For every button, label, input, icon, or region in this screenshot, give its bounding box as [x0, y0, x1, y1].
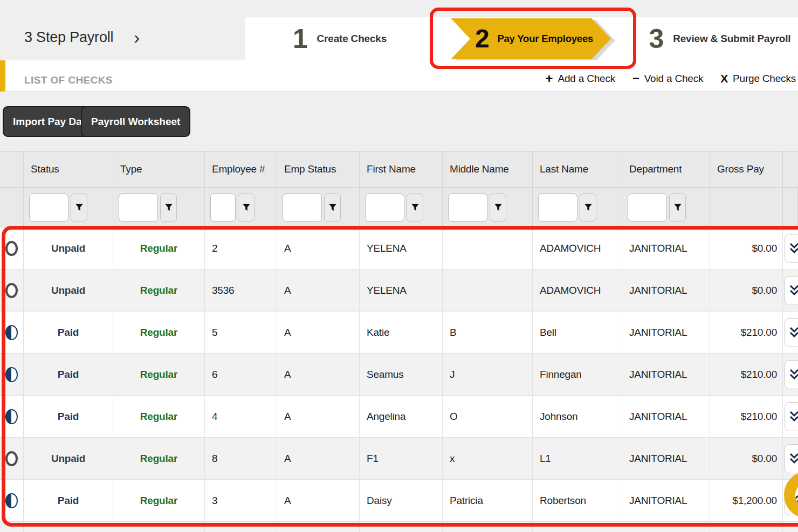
table-row[interactable]: Paid Regular 6 A Seamus J Finnegan JANIT… [0, 354, 798, 396]
filter-button-first-name[interactable] [407, 194, 423, 222]
check-actions: + Add a Check − Void a Check X Purge Che… [546, 71, 796, 86]
paid-half-circle-icon [5, 493, 18, 508]
cell-type: Regular [113, 396, 205, 437]
header-gross-pay[interactable]: Gross Pay [710, 151, 783, 187]
double-chevron-down-icon [788, 453, 798, 465]
cell-type: Regular [113, 438, 205, 479]
double-chevron-down-icon [788, 369, 798, 381]
paid-half-circle-icon [5, 409, 18, 424]
expand-row-button[interactable] [785, 318, 798, 347]
cell-middle-name [443, 227, 533, 269]
cell-last-name: Finnegan [533, 354, 622, 395]
cell-emp-status: A [277, 354, 360, 395]
void-check-button[interactable]: − Void a Check [632, 72, 703, 86]
cell-type: Regular [113, 480, 205, 521]
filter-input-employee-no[interactable] [210, 194, 236, 222]
filter-cell-status [24, 188, 113, 227]
unpaid-circle-icon [5, 283, 18, 298]
cell-status: Paid [24, 396, 113, 437]
filter-input-department[interactable] [628, 194, 667, 222]
funnel-icon [75, 203, 84, 212]
cell-employee-no: 8 [205, 438, 277, 479]
header-department[interactable]: Department [622, 151, 710, 187]
header-type[interactable]: Type [113, 151, 205, 187]
paid-half-circle-icon [5, 367, 18, 382]
filter-cell-emp-status [277, 188, 360, 227]
table-row[interactable]: Unpaid Regular 3536 A YELENA ADAMOVICH J… [0, 270, 798, 312]
cell-middle-name [443, 270, 533, 311]
header-status[interactable]: Status [24, 151, 113, 187]
filter-input-middle-name[interactable] [448, 194, 487, 222]
filter-cell-expand [783, 188, 798, 227]
step-number: 3 [649, 25, 664, 52]
double-chevron-down-icon [788, 285, 798, 296]
payroll-worksheet-button[interactable]: Payroll Worksheet [81, 106, 190, 137]
filter-button-last-name[interactable] [580, 194, 596, 222]
cell-middle-name: x [443, 438, 533, 479]
filter-input-type[interactable] [119, 194, 158, 222]
table-row[interactable]: Paid Regular 3 A Daisy Patricia Robertso… [0, 480, 798, 522]
funnel-icon [164, 203, 173, 212]
cell-emp-status: A [277, 480, 360, 521]
cell-gross-pay: $0.00 [710, 270, 783, 311]
step-number: 2 [475, 26, 490, 52]
filter-input-last-name[interactable] [538, 194, 577, 222]
expand-row-button[interactable] [785, 276, 798, 305]
cell-emp-status: A [277, 312, 360, 353]
cell-last-name: L1 [533, 438, 622, 479]
step-create-checks[interactable]: 1 Create Checks [272, 17, 407, 60]
cell-department: JANITORIAL [622, 227, 710, 269]
purge-checks-button[interactable]: X Purge Checks [720, 72, 796, 85]
cell-expand [783, 270, 798, 311]
cell-gross-pay: $210.00 [710, 354, 783, 395]
cell-status: Paid [24, 312, 113, 353]
row-select-cell [0, 354, 24, 395]
header-emp-status[interactable]: Emp Status [277, 151, 360, 187]
add-check-button[interactable]: + Add a Check [546, 71, 615, 86]
header-first-name[interactable]: First Name [360, 151, 443, 187]
table-row[interactable]: Unpaid Regular 2 A YELENA ADAMOVICH JANI… [0, 227, 798, 270]
header-employee-no[interactable]: Employee # [205, 151, 277, 187]
header-last-name[interactable]: Last Name [533, 151, 622, 187]
cell-emp-status: A [277, 396, 360, 437]
expand-row-button[interactable] [785, 234, 798, 263]
double-chevron-down-icon [788, 495, 798, 507]
wizard-steps-bar: 1 Create Checks 2 Pay Your Employees 3 R… [245, 17, 798, 60]
cell-gross-pay: $1,200.00 [710, 480, 783, 521]
filter-button-emp-status[interactable] [324, 194, 341, 222]
table-row[interactable]: Unpaid Regular 8 A F1 x L1 JANITORIAL $0… [0, 438, 798, 480]
cell-middle-name: Patricia [443, 480, 533, 521]
cell-gross-pay: $0.00 [710, 438, 783, 479]
table-row[interactable]: Paid Regular 5 A Katie B Bell JANITORIAL… [0, 312, 798, 354]
filter-input-status[interactable] [29, 194, 68, 222]
cell-emp-status: A [277, 227, 360, 269]
filter-cell-last-name [533, 188, 622, 227]
cell-department: JANITORIAL [622, 396, 710, 437]
cell-first-name: YELENA [360, 227, 443, 269]
filter-button-type[interactable] [160, 194, 177, 222]
step-review-submit-payroll[interactable]: 3 Review & Submit Payroll [647, 17, 793, 60]
step-pay-your-employees[interactable]: 2 Pay Your Employees [451, 18, 611, 59]
cell-employee-no: 4 [205, 396, 277, 437]
cell-status: Unpaid [24, 438, 113, 479]
expand-row-button[interactable] [785, 486, 798, 515]
expand-row-button[interactable] [785, 360, 798, 389]
filter-input-first-name[interactable] [365, 194, 404, 222]
expand-row-button[interactable] [785, 444, 798, 473]
row-select-cell [0, 396, 24, 437]
add-check-label: Add a Check [558, 73, 615, 85]
filter-cell-department [622, 188, 710, 227]
cell-expand [783, 480, 798, 521]
table-filter-row [0, 188, 798, 227]
filter-button-employee-no[interactable] [238, 194, 254, 222]
filter-input-emp-status[interactable] [283, 194, 322, 222]
filter-button-middle-name[interactable] [490, 194, 506, 222]
header-middle-name[interactable]: Middle Name [443, 151, 533, 187]
cell-status: Paid [24, 354, 113, 395]
filter-button-department[interactable] [669, 194, 686, 222]
filter-button-status[interactable] [71, 194, 87, 222]
table-row[interactable]: Paid Regular 4 A Angelina O Johnson JANI… [0, 396, 798, 438]
cell-first-name: Katie [360, 312, 443, 353]
cell-department: JANITORIAL [622, 438, 710, 479]
expand-row-button[interactable] [785, 402, 798, 431]
